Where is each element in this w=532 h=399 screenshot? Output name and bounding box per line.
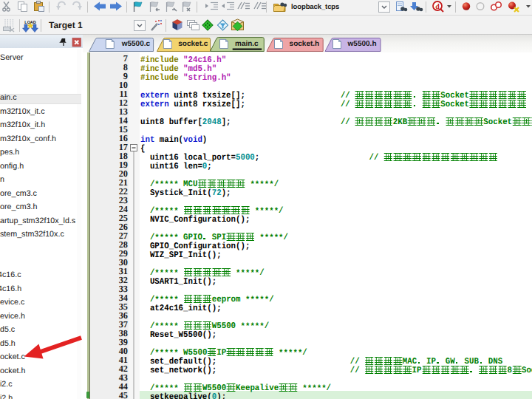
- svg-text:d: d: [435, 3, 440, 11]
